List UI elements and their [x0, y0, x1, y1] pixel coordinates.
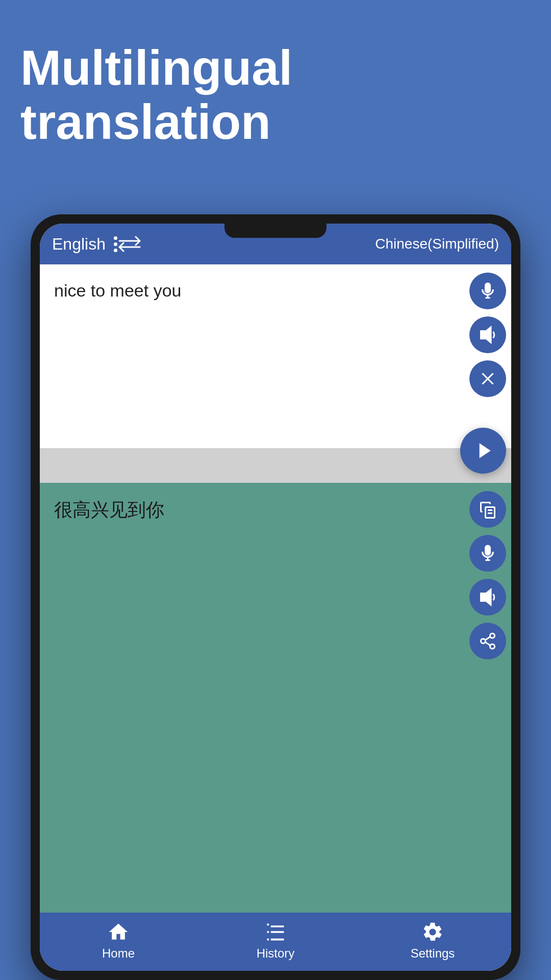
- nav-home-label: Home: [102, 946, 135, 961]
- section-divider: [40, 448, 511, 452]
- svg-rect-0: [486, 283, 490, 292]
- output-speaker-button[interactable]: [469, 579, 506, 616]
- more-options-button[interactable]: [114, 236, 117, 252]
- target-language[interactable]: Chinese(Simplified): [142, 236, 499, 252]
- phone-outer: English Chinese(Simplified): [31, 214, 520, 980]
- svg-line-18: [486, 642, 490, 645]
- phone-notch: [224, 224, 327, 238]
- clear-input-button[interactable]: [469, 360, 506, 397]
- header-left: English: [52, 235, 117, 254]
- nav-home[interactable]: Home: [40, 921, 197, 961]
- input-actions: [469, 273, 506, 397]
- translate-btn-row: [40, 452, 511, 483]
- input-mic-button[interactable]: [469, 273, 506, 309]
- hero-title: Multilingual translation: [20, 41, 531, 149]
- svg-rect-10: [486, 546, 490, 555]
- translated-text: 很高兴见到你: [40, 483, 511, 537]
- phone-mockup: English Chinese(Simplified): [31, 214, 520, 980]
- svg-marker-13: [481, 590, 491, 605]
- copy-button[interactable]: [469, 491, 506, 528]
- output-mic-button[interactable]: [469, 535, 506, 572]
- svg-point-15: [481, 639, 486, 644]
- nav-history-label: History: [257, 946, 295, 961]
- translate-button[interactable]: [460, 428, 506, 474]
- svg-marker-3: [481, 327, 491, 342]
- input-section: nice to meet you: [40, 264, 511, 448]
- share-button[interactable]: [469, 623, 506, 659]
- phone-screen: English Chinese(Simplified): [40, 224, 511, 971]
- nav-settings-label: Settings: [411, 946, 455, 961]
- nav-settings[interactable]: Settings: [354, 921, 511, 961]
- nav-history[interactable]: History: [197, 921, 354, 961]
- svg-line-17: [486, 637, 490, 640]
- swap-languages-button[interactable]: [117, 236, 142, 252]
- output-section: 很高兴见到你: [40, 483, 511, 913]
- svg-marker-6: [480, 443, 491, 458]
- svg-point-16: [490, 644, 495, 649]
- input-speaker-button[interactable]: [469, 316, 506, 353]
- source-text-input[interactable]: nice to meet you: [40, 264, 511, 407]
- svg-point-14: [490, 633, 495, 638]
- output-actions: [469, 491, 506, 659]
- bottom-navigation: Home History Settings: [40, 913, 511, 971]
- source-language[interactable]: English: [52, 235, 106, 254]
